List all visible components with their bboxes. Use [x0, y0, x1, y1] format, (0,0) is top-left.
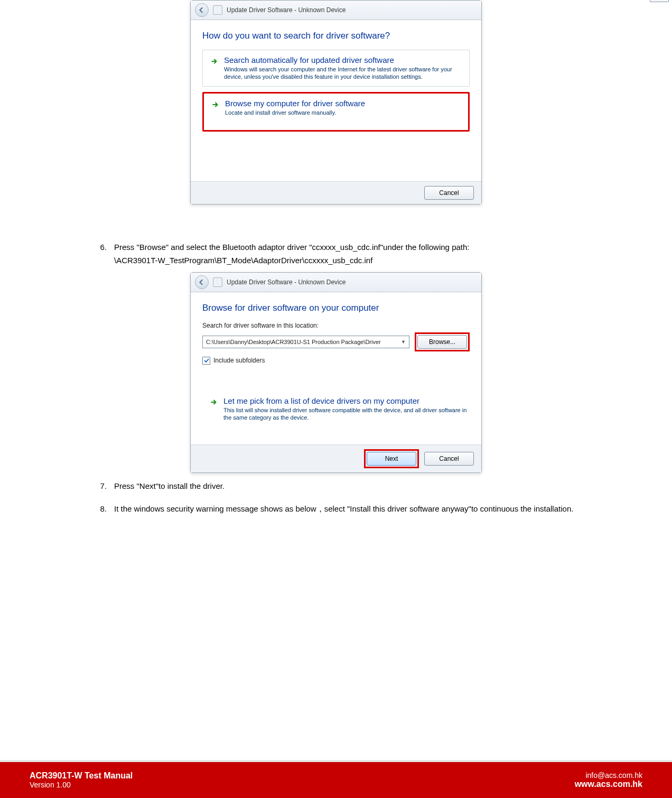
arrow-left-icon [199, 279, 205, 285]
option-browse-computer[interactable]: Browse my computer for driver software L… [202, 92, 470, 132]
back-button[interactable] [195, 3, 209, 17]
checkbox-icon [202, 357, 210, 365]
dialog-footer: Cancel [191, 181, 481, 204]
dialog-titlebar: Update Driver Software - Unknown Device [191, 273, 481, 292]
step-text: Press "Next"to install the driver. [114, 480, 577, 491]
step-text: It the windows security warning message … [114, 503, 577, 514]
dialog-heading: How do you want to search for driver sof… [202, 31, 470, 41]
device-icon [213, 5, 222, 15]
footer-version: Version 1.00 [30, 781, 133, 789]
dialog-footer: Next Cancel [191, 444, 481, 472]
footer-website: www.acs.com.hk [575, 780, 642, 789]
driver-search-dialog: ⨉ Update Driver Software - Unknown Devic… [190, 0, 482, 205]
arrow-left-icon [199, 7, 205, 13]
highlight-next: Next [364, 449, 419, 468]
button-label: Cancel [439, 455, 459, 462]
close-button[interactable]: ⨉ [650, 0, 669, 2]
back-button[interactable] [195, 275, 209, 289]
browse-button[interactable]: Browse... [417, 335, 467, 349]
include-subfolders-checkbox[interactable]: Include subfolders [202, 357, 470, 365]
highlight-browse: Browse... [415, 332, 470, 351]
cancel-button[interactable]: Cancel [424, 452, 474, 466]
option-description: Locate and install driver software manua… [225, 109, 365, 116]
combo-value: C:\Users\Danny\Desktop\ACR3901U-S1 Produ… [206, 339, 381, 345]
next-button[interactable]: Next [367, 452, 416, 466]
button-label: Cancel [439, 189, 459, 197]
dialog-heading: Browse for driver software on your compu… [202, 303, 470, 313]
option-description: This list will show installed driver sof… [223, 406, 468, 422]
step-text: Press "Browse" and select the Bluetooth … [114, 242, 577, 253]
dialog-title: Update Driver Software - Unknown Device [227, 279, 346, 286]
chevron-down-icon: ▼ [401, 339, 406, 345]
option-title: Let me pick from a list of device driver… [223, 396, 468, 405]
step-number: 6. [95, 242, 107, 253]
instruction-step-8: 8. It the windows security warning messa… [95, 503, 577, 514]
option-search-automatically[interactable]: Search automatically for updated driver … [202, 50, 470, 87]
device-icon [213, 277, 222, 287]
dialog-titlebar: Update Driver Software - Unknown Device [191, 1, 481, 20]
dialog-title: Update Driver Software - Unknown Device [227, 6, 346, 14]
button-label: Next [385, 455, 398, 462]
option-title: Browse my computer for driver software [225, 99, 365, 108]
driver-path-combo[interactable]: C:\Users\Danny\Desktop\ACR3901U-S1 Produ… [202, 336, 409, 348]
search-location-label: Search for driver software in this locat… [202, 322, 470, 329]
checkbox-label: Include subfolders [213, 357, 265, 364]
arrow-right-icon [210, 398, 218, 406]
option-let-me-pick[interactable]: Let me pick from a list of device driver… [208, 393, 470, 425]
cancel-button[interactable]: Cancel [424, 186, 474, 200]
option-title: Search automatically for updated driver … [224, 55, 462, 64]
option-description: Windows will search your computer and th… [224, 66, 462, 81]
arrow-right-icon [211, 100, 220, 109]
footer-title: ACR3901T-W Test Manual [30, 771, 133, 781]
instruction-step-7: 7. Press "Next"to install the driver. [95, 480, 577, 491]
button-label: Browse... [429, 338, 455, 346]
document-footer: ACR3901T-W Test Manual Version 1.00 info… [0, 762, 672, 798]
browse-driver-dialog: ⨉ Update Driver Software - Unknown Devic… [190, 272, 482, 474]
step-number: 8. [95, 503, 107, 514]
instruction-step-6: 6. Press "Browse" and select the Bluetoo… [95, 242, 577, 253]
footer-email: info@acs.com.hk [575, 771, 642, 780]
step-number: 7. [95, 480, 107, 491]
arrow-right-icon [210, 57, 219, 66]
driver-path: \ACR3901T-W_TestProgram\BT_Mode\AdaptorD… [114, 256, 577, 265]
